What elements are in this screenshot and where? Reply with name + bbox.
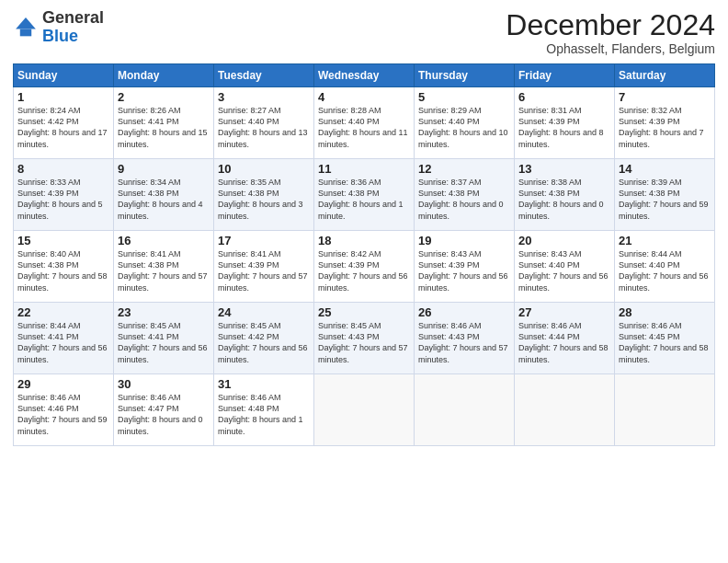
day-number: 15 — [17, 234, 109, 247]
svg-marker-0 — [16, 17, 36, 29]
cell-info: Sunrise: 8:33 AMSunset: 4:39 PMDaylight:… — [17, 178, 103, 220]
logo: General Blue — [13, 9, 104, 46]
cell-info: Sunrise: 8:46 AMSunset: 4:43 PMDaylight:… — [418, 321, 508, 363]
day-number: 26 — [418, 305, 510, 319]
calendar-body: 1Sunrise: 8:24 AMSunset: 4:42 PMDaylight… — [14, 87, 715, 446]
calendar-header: Sunday Monday Tuesday Wednesday Thursday… — [14, 64, 715, 87]
calendar-cell: 6Sunrise: 8:31 AMSunset: 4:39 PMDaylight… — [515, 87, 615, 159]
calendar-week-4: 22Sunrise: 8:44 AMSunset: 4:41 PMDayligh… — [14, 303, 715, 374]
calendar-cell — [615, 374, 715, 446]
day-number: 9 — [118, 162, 210, 176]
day-number: 5 — [418, 90, 510, 104]
day-number: 14 — [619, 162, 711, 176]
calendar-cell: 20Sunrise: 8:43 AMSunset: 4:40 PMDayligh… — [515, 231, 615, 303]
calendar-cell: 18Sunrise: 8:42 AMSunset: 4:39 PMDayligh… — [314, 231, 415, 303]
cell-info: Sunrise: 8:46 AMSunset: 4:45 PMDaylight:… — [619, 321, 709, 363]
cell-info: Sunrise: 8:34 AMSunset: 4:38 PMDaylight:… — [118, 178, 203, 220]
calendar-cell: 30Sunrise: 8:46 AMSunset: 4:47 PMDayligh… — [114, 374, 214, 446]
col-sunday: Sunday — [14, 64, 114, 87]
cell-info: Sunrise: 8:46 AMSunset: 4:46 PMDaylight:… — [17, 393, 108, 435]
calendar-cell: 2Sunrise: 8:26 AMSunset: 4:41 PMDaylight… — [114, 87, 214, 159]
cell-info: Sunrise: 8:44 AMSunset: 4:40 PMDaylight:… — [619, 249, 709, 292]
calendar-cell: 10Sunrise: 8:35 AMSunset: 4:38 PMDayligh… — [214, 159, 314, 231]
calendar-cell: 17Sunrise: 8:41 AMSunset: 4:39 PMDayligh… — [214, 231, 314, 303]
day-number: 17 — [218, 234, 310, 247]
col-saturday: Saturday — [615, 64, 715, 87]
day-number: 11 — [318, 162, 410, 176]
cell-info: Sunrise: 8:28 AMSunset: 4:40 PMDaylight:… — [318, 106, 408, 148]
page-container: General Blue December 2024 Ophasselt, Fl… — [0, 0, 728, 452]
cell-info: Sunrise: 8:42 AMSunset: 4:39 PMDaylight:… — [318, 249, 408, 292]
cell-info: Sunrise: 8:29 AMSunset: 4:40 PMDaylight:… — [418, 106, 508, 148]
calendar-cell: 19Sunrise: 8:43 AMSunset: 4:39 PMDayligh… — [415, 231, 515, 303]
calendar-cell: 27Sunrise: 8:46 AMSunset: 4:44 PMDayligh… — [515, 303, 615, 374]
calendar-cell: 21Sunrise: 8:44 AMSunset: 4:40 PMDayligh… — [615, 231, 715, 303]
day-number: 27 — [518, 305, 610, 319]
cell-info: Sunrise: 8:45 AMSunset: 4:43 PMDaylight:… — [318, 321, 408, 363]
calendar-cell — [314, 374, 415, 446]
cell-info: Sunrise: 8:46 AMSunset: 4:48 PMDaylight:… — [218, 393, 303, 435]
cell-info: Sunrise: 8:41 AMSunset: 4:39 PMDaylight:… — [218, 249, 308, 292]
cell-info: Sunrise: 8:43 AMSunset: 4:40 PMDaylight:… — [518, 249, 609, 292]
day-number: 1 — [17, 90, 109, 104]
cell-info: Sunrise: 8:45 AMSunset: 4:41 PMDaylight:… — [118, 321, 208, 363]
calendar-week-2: 8Sunrise: 8:33 AMSunset: 4:39 PMDaylight… — [14, 159, 715, 231]
svg-rect-1 — [20, 29, 31, 36]
col-thursday: Thursday — [415, 64, 515, 87]
calendar-cell: 24Sunrise: 8:45 AMSunset: 4:42 PMDayligh… — [214, 303, 314, 374]
location-subtitle: Ophasselt, Flanders, Belgium — [506, 41, 715, 56]
calendar-cell: 13Sunrise: 8:38 AMSunset: 4:38 PMDayligh… — [515, 159, 615, 231]
cell-info: Sunrise: 8:26 AMSunset: 4:41 PMDaylight:… — [118, 106, 208, 148]
col-monday: Monday — [114, 64, 214, 87]
cell-info: Sunrise: 8:37 AMSunset: 4:38 PMDaylight:… — [418, 178, 504, 220]
calendar-cell: 25Sunrise: 8:45 AMSunset: 4:43 PMDayligh… — [314, 303, 415, 374]
cell-info: Sunrise: 8:36 AMSunset: 4:38 PMDaylight:… — [318, 178, 404, 220]
calendar-cell: 3Sunrise: 8:27 AMSunset: 4:40 PMDaylight… — [214, 87, 314, 159]
col-friday: Friday — [515, 64, 615, 87]
day-number: 20 — [518, 234, 610, 247]
cell-info: Sunrise: 8:41 AMSunset: 4:38 PMDaylight:… — [118, 249, 208, 292]
day-number: 19 — [418, 234, 510, 247]
month-title: December 2024 — [506, 9, 715, 41]
cell-info: Sunrise: 8:32 AMSunset: 4:39 PMDaylight:… — [619, 106, 704, 148]
calendar-cell: 4Sunrise: 8:28 AMSunset: 4:40 PMDaylight… — [314, 87, 415, 159]
day-number: 23 — [118, 305, 210, 319]
calendar-cell: 23Sunrise: 8:45 AMSunset: 4:41 PMDayligh… — [114, 303, 214, 374]
calendar-cell — [415, 374, 515, 446]
day-number: 21 — [619, 234, 711, 247]
logo-icon — [13, 15, 39, 40]
logo-blue-text: Blue — [42, 27, 78, 45]
calendar-cell: 8Sunrise: 8:33 AMSunset: 4:39 PMDaylight… — [14, 159, 114, 231]
calendar-cell: 14Sunrise: 8:39 AMSunset: 4:38 PMDayligh… — [615, 159, 715, 231]
calendar-table: Sunday Monday Tuesday Wednesday Thursday… — [13, 63, 715, 446]
calendar-cell: 26Sunrise: 8:46 AMSunset: 4:43 PMDayligh… — [415, 303, 515, 374]
calendar-cell — [515, 374, 615, 446]
cell-info: Sunrise: 8:46 AMSunset: 4:44 PMDaylight:… — [518, 321, 609, 363]
header-row: Sunday Monday Tuesday Wednesday Thursday… — [14, 64, 715, 87]
calendar-cell: 31Sunrise: 8:46 AMSunset: 4:48 PMDayligh… — [214, 374, 314, 446]
cell-info: Sunrise: 8:40 AMSunset: 4:38 PMDaylight:… — [17, 249, 108, 292]
day-number: 7 — [619, 90, 711, 104]
day-number: 10 — [218, 162, 310, 176]
cell-info: Sunrise: 8:44 AMSunset: 4:41 PMDaylight:… — [17, 321, 108, 363]
cell-info: Sunrise: 8:39 AMSunset: 4:38 PMDaylight:… — [619, 178, 709, 220]
day-number: 28 — [619, 305, 711, 319]
calendar-cell: 9Sunrise: 8:34 AMSunset: 4:38 PMDaylight… — [114, 159, 214, 231]
calendar-cell: 28Sunrise: 8:46 AMSunset: 4:45 PMDayligh… — [615, 303, 715, 374]
calendar-cell: 12Sunrise: 8:37 AMSunset: 4:38 PMDayligh… — [415, 159, 515, 231]
cell-info: Sunrise: 8:38 AMSunset: 4:38 PMDaylight:… — [518, 178, 604, 220]
calendar-week-3: 15Sunrise: 8:40 AMSunset: 4:38 PMDayligh… — [14, 231, 715, 303]
calendar-cell: 16Sunrise: 8:41 AMSunset: 4:38 PMDayligh… — [114, 231, 214, 303]
day-number: 16 — [118, 234, 210, 247]
day-number: 29 — [17, 377, 109, 391]
cell-info: Sunrise: 8:31 AMSunset: 4:39 PMDaylight:… — [518, 106, 604, 148]
cell-info: Sunrise: 8:24 AMSunset: 4:42 PMDaylight:… — [17, 106, 108, 148]
calendar-week-5: 29Sunrise: 8:46 AMSunset: 4:46 PMDayligh… — [14, 374, 715, 446]
day-number: 13 — [518, 162, 610, 176]
title-area: December 2024 Ophasselt, Flanders, Belgi… — [506, 9, 715, 56]
day-number: 6 — [518, 90, 610, 104]
calendar-cell: 22Sunrise: 8:44 AMSunset: 4:41 PMDayligh… — [14, 303, 114, 374]
calendar-cell: 5Sunrise: 8:29 AMSunset: 4:40 PMDaylight… — [415, 87, 515, 159]
logo-general-text: General — [42, 8, 104, 27]
day-number: 18 — [318, 234, 410, 247]
